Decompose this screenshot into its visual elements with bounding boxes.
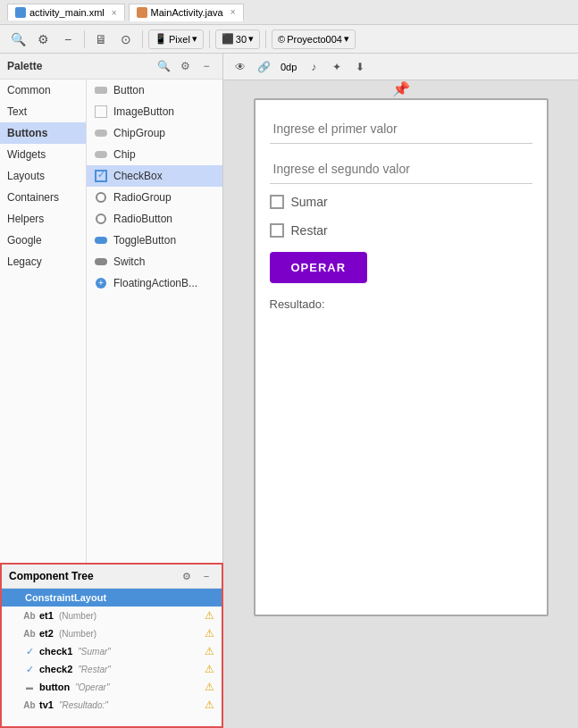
minimize-button[interactable]: − (57, 29, 79, 50)
tree-item-check1-name: check1 (39, 646, 72, 657)
device-label: Pixel (169, 34, 190, 45)
tv1-icon: Ab (23, 699, 36, 711)
sumar-checkbox[interactable] (270, 195, 284, 209)
main-toolbar: 🔍 ⚙ − 🖥 ⊙ 📱 Pixel ▾ ⬛ 30 ▾ © Proyecto004… (0, 25, 578, 54)
settings-button[interactable]: ⚙ (32, 29, 54, 50)
button-tree-icon: ▬ (23, 681, 36, 693)
phone-screen: Sumar Restar OPERAR Resultado: (254, 98, 549, 616)
project-label: Proyecto004 (287, 34, 342, 45)
palette-cat-widgets[interactable]: Widgets (0, 144, 86, 165)
palette-item-chipgroup[interactable]: ChipGroup (87, 122, 222, 144)
music-button[interactable]: ♪ (304, 57, 323, 77)
tree-item-button-label: "Operar" (75, 682, 109, 692)
tree-settings-button[interactable]: ⚙ (179, 568, 195, 584)
tab-java[interactable]: MainActivity.java × (129, 4, 244, 21)
tree-item-tv1-warning: ⚠ (205, 699, 214, 711)
tree-item-check1[interactable]: ✓ check1 "Sumar" ⚠ (16, 642, 222, 660)
tree-item-et1[interactable]: Ab et1 (Number) ⚠ (16, 607, 222, 624)
toolbar-sep-4 (265, 30, 266, 48)
device-dropdown[interactable]: 📱 Pixel ▾ (148, 29, 204, 49)
palette-search-button[interactable]: 🔍 (155, 57, 172, 75)
second-value-input[interactable] (270, 155, 532, 184)
checkbox-widget-icon (94, 169, 108, 183)
project-chevron: ▾ (344, 33, 349, 45)
palette-item-switch[interactable]: Switch (87, 251, 222, 272)
component-tree-panel: Component Tree ⚙ − ↗ ConstraintLayout Ab… (0, 563, 223, 728)
main-content: Palette 🔍 ⚙ − Common Text Buttons Widget… (0, 54, 578, 728)
palette-cat-common[interactable]: Common (0, 79, 86, 101)
palette-item-fab-label: FloatingActionB... (113, 277, 197, 289)
palette-item-radiogroup-label: RadioGroup (113, 191, 172, 204)
tab-xml[interactable]: activity_main.xml × (7, 4, 125, 21)
project-dropdown[interactable]: © Proyecto004 ▾ (272, 29, 356, 49)
chip-widget-icon (94, 147, 108, 162)
title-bar: activity_main.xml × MainActivity.java × (0, 0, 578, 25)
check1-icon: ✓ (23, 645, 36, 657)
tree-item-button-warning: ⚠ (205, 681, 214, 693)
palette-cat-text[interactable]: Text (0, 101, 86, 122)
tree-minimize-button[interactable]: − (198, 568, 214, 584)
palette-item-radiobutton-label: RadioButton (113, 213, 172, 225)
design-view-button[interactable]: 🖥 (90, 29, 112, 50)
tree-item-et2[interactable]: Ab et2 (Number) ⚠ (16, 624, 222, 642)
sumar-checkbox-row: Sumar (270, 195, 532, 209)
tree-item-check1-label: "Sumar" (78, 647, 111, 657)
chipgroup-widget-icon (94, 126, 108, 140)
tree-item-check1-warning: ⚠ (205, 645, 214, 657)
palette-cat-helpers[interactable]: Helpers (0, 208, 86, 230)
search-button[interactable]: 🔍 (7, 29, 29, 50)
tab-java-close[interactable]: × (230, 7, 236, 17)
tree-item-tv1[interactable]: Ab tv1 "Resultado:" ⚠ (16, 696, 222, 714)
xml-file-icon (15, 7, 26, 18)
tab-xml-label: activity_main.xml (29, 7, 105, 18)
toolbar-sep-1 (84, 30, 85, 48)
tree-item-et2-name: et2 (39, 628, 54, 639)
palette-item-togglebutton[interactable]: ToggleButton (87, 230, 222, 251)
tree-item-button[interactable]: ▬ button "Operar" ⚠ (16, 678, 222, 696)
palette-cat-containers[interactable]: Containers (0, 187, 86, 208)
indent-button[interactable]: ⬇ (350, 57, 370, 77)
palette-cat-buttons[interactable]: Buttons (0, 122, 86, 144)
zoom-chevron: ▾ (248, 33, 254, 45)
palette-item-button[interactable]: Button (87, 79, 222, 101)
blueprint-button[interactable]: ⊙ (115, 29, 137, 50)
switch-widget-icon (94, 255, 108, 269)
palette-item-chipgroup-label: ChipGroup (113, 127, 165, 139)
first-value-input[interactable] (270, 114, 532, 144)
palette-item-radiobutton[interactable]: RadioButton (87, 208, 222, 230)
link-button[interactable]: 🔗 (254, 57, 273, 77)
phone-container: 📌 Sumar Restar OPERAR Resultado: (254, 98, 549, 616)
palette-cat-layouts[interactable]: Layouts (0, 165, 86, 187)
palette-item-imagebutton[interactable]: ImageButton (87, 101, 222, 122)
magic-button[interactable]: ✦ (327, 57, 347, 77)
palette-minimize-button[interactable]: − (197, 57, 215, 75)
device-chevron: ▾ (192, 33, 197, 45)
tree-item-constraintlayout-name: ConstraintLayout (25, 592, 106, 603)
button-widget-icon (94, 83, 108, 97)
palette-settings-button[interactable]: ⚙ (176, 57, 194, 75)
restar-checkbox[interactable] (270, 223, 284, 238)
restar-label: Restar (291, 223, 328, 238)
palette-item-chip[interactable]: Chip (87, 144, 222, 165)
tree-item-check2[interactable]: ✓ check2 "Restar" ⚠ (16, 660, 222, 678)
tree-item-check2-warning: ⚠ (205, 663, 214, 675)
zoom-dropdown[interactable]: ⬛ 30 ▾ (215, 29, 260, 49)
tree-item-constraintlayout[interactable]: ↗ ConstraintLayout (2, 589, 222, 607)
java-file-icon (137, 7, 147, 18)
tab-xml-close[interactable]: × (112, 8, 117, 18)
imagebutton-widget-icon (94, 105, 108, 119)
palette-item-fab[interactable]: + FloatingActionB... (87, 272, 222, 294)
operar-button[interactable]: OPERAR (270, 252, 368, 283)
palette-item-radiogroup[interactable]: RadioGroup (87, 187, 222, 208)
resultado-text: Resultado: (270, 297, 532, 311)
palette-cat-google[interactable]: Google (0, 230, 86, 251)
palette-cat-legacy[interactable]: Legacy (0, 251, 86, 272)
palette-item-checkbox[interactable]: CheckBox (87, 165, 222, 187)
palette-title: Palette (7, 60, 151, 72)
eye-button[interactable]: 👁 (230, 57, 250, 77)
palette-item-checkbox-label: CheckBox (113, 170, 163, 182)
tree-item-et1-name: et1 (39, 610, 54, 621)
tree-item-button-name: button (39, 682, 70, 692)
design-toolbar: 👁 🔗 0dp ♪ ✦ ⬇ (223, 54, 578, 80)
tree-item-et1-warning: ⚠ (205, 609, 214, 622)
